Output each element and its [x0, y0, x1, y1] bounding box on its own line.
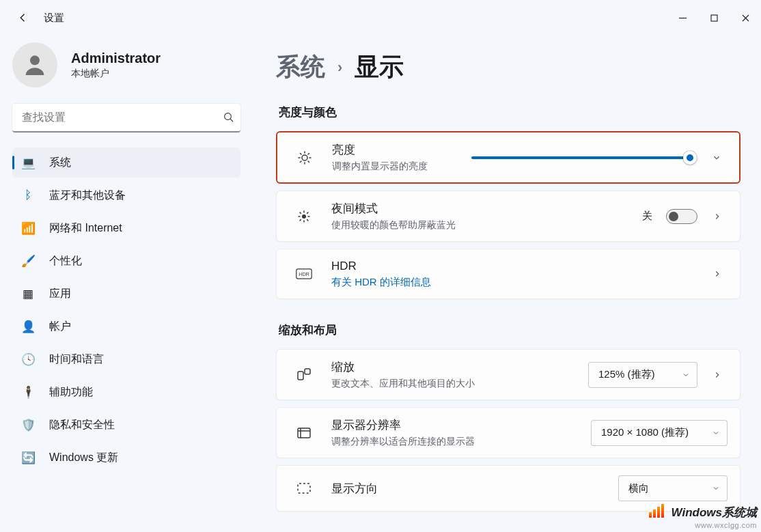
- accessibility-icon: 🕴: [19, 385, 37, 400]
- avatar: [12, 42, 57, 87]
- wifi-icon: 📶: [19, 221, 37, 236]
- hdr-link[interactable]: 有关 HDR 的详细信息: [331, 276, 707, 289]
- scale-card[interactable]: 缩放 更改文本、应用和其他项目的大小 125% (推荐): [276, 349, 741, 400]
- brightness-title: 亮度: [332, 142, 471, 158]
- account-icon: 👤: [19, 320, 37, 334]
- nav-label: 系统: [49, 156, 71, 170]
- nav-item-network[interactable]: 📶 网络和 Internet: [12, 213, 240, 243]
- slider-thumb[interactable]: [683, 151, 697, 165]
- orientation-select-value: 横向: [628, 482, 649, 495]
- hdr-icon: HDR: [290, 266, 318, 282]
- breadcrumb-parent[interactable]: 系统: [276, 51, 325, 84]
- close-button[interactable]: [730, 7, 761, 29]
- nav-item-apps[interactable]: ▦ 应用: [12, 279, 240, 309]
- user-subtitle: 本地帐户: [71, 68, 161, 80]
- maximize-button[interactable]: [698, 7, 730, 29]
- bluetooth-icon: ᛒ: [19, 188, 37, 202]
- svg-point-1: [30, 55, 40, 65]
- nav-item-privacy[interactable]: 🛡️ 隐私和安全性: [12, 410, 240, 440]
- nav-label: 网络和 Internet: [49, 221, 122, 236]
- nav-label: 帐户: [49, 320, 71, 334]
- chevron-down-icon: [712, 484, 720, 492]
- night-light-icon: [290, 208, 318, 225]
- nav-item-windows-update[interactable]: 🔄 Windows 更新: [12, 443, 240, 473]
- resolution-card[interactable]: 显示器分辨率 调整分辨率以适合所连接的显示器 1920 × 1080 (推荐): [276, 407, 741, 458]
- svg-rect-7: [298, 372, 303, 380]
- system-icon: 💻: [19, 156, 37, 170]
- nav-item-accessibility[interactable]: 🕴 辅助功能: [12, 377, 240, 407]
- arrow-left-icon: [17, 12, 29, 24]
- search-input[interactable]: [22, 111, 223, 124]
- resolution-select[interactable]: 1920 × 1080 (推荐): [591, 420, 728, 446]
- nav-label: 个性化: [49, 254, 82, 268]
- expand-button[interactable]: [706, 153, 727, 163]
- scale-icon: [290, 367, 318, 383]
- close-icon: [742, 14, 749, 22]
- svg-point-4: [302, 214, 306, 219]
- nav-label: 时间和语言: [49, 352, 104, 367]
- main-content: 系统 › 显示 亮度与颜色 亮度 调整内置显示器的亮度: [253, 36, 761, 532]
- night-light-toggle[interactable]: [666, 209, 697, 224]
- svg-point-3: [302, 155, 307, 160]
- chevron-down-icon: [712, 429, 720, 437]
- nav-label: 应用: [49, 287, 71, 301]
- brightness-slider[interactable]: [471, 150, 697, 165]
- toggle-knob: [669, 212, 678, 221]
- search-container[interactable]: [12, 104, 240, 132]
- watermark: Windows系统城 www.wxclgg.com: [649, 504, 757, 529]
- nav-item-accounts[interactable]: 👤 帐户: [12, 311, 240, 341]
- clock-icon: 🕓: [19, 352, 37, 367]
- brush-icon: 🖌️: [19, 254, 37, 268]
- breadcrumb-current: 显示: [355, 51, 404, 84]
- svg-rect-9: [298, 428, 310, 438]
- chevron-right-icon: [712, 269, 722, 279]
- nav-item-time-language[interactable]: 🕓 时间和语言: [12, 344, 240, 374]
- watermark-logo-icon: [649, 504, 665, 521]
- scale-select[interactable]: 125% (推荐): [588, 362, 697, 388]
- minimize-icon: [679, 14, 687, 22]
- svg-rect-8: [305, 369, 310, 374]
- more-button[interactable]: [707, 212, 728, 221]
- night-light-card[interactable]: 夜间模式 使用较暖的颜色帮助屏蔽蓝光 关: [276, 191, 741, 242]
- resolution-subtitle: 调整分辨率以适合所连接的显示器: [331, 436, 591, 448]
- night-light-title: 夜间模式: [331, 201, 642, 216]
- nav-item-bluetooth[interactable]: ᛒ 蓝牙和其他设备: [12, 180, 240, 210]
- nav: 💻 系统 ᛒ 蓝牙和其他设备 📶 网络和 Internet 🖌️ 个性化 ▦ 应…: [12, 148, 240, 473]
- svg-text:HDR: HDR: [299, 271, 309, 277]
- apps-icon: ▦: [19, 287, 37, 301]
- nav-label: 辅助功能: [49, 385, 93, 400]
- sun-icon: [291, 150, 318, 166]
- chevron-right-icon: ›: [337, 59, 342, 76]
- scale-select-value: 125% (推荐): [598, 368, 655, 381]
- more-button[interactable]: [707, 370, 728, 380]
- back-button[interactable]: [10, 4, 37, 31]
- brightness-card[interactable]: 亮度 调整内置显示器的亮度: [276, 131, 741, 184]
- svg-point-2: [225, 113, 232, 120]
- section-heading-brightness-color: 亮度与颜色: [279, 104, 741, 120]
- svg-rect-0: [711, 15, 717, 21]
- slider-track: [471, 156, 697, 159]
- breadcrumb: 系统 › 显示: [276, 51, 741, 84]
- nav-item-personalization[interactable]: 🖌️ 个性化: [12, 246, 240, 276]
- orientation-select[interactable]: 横向: [618, 475, 728, 501]
- nav-item-system[interactable]: 💻 系统: [12, 148, 240, 178]
- user-block[interactable]: Administrator 本地帐户: [12, 42, 240, 87]
- watermark-line2: www.wxclgg.com: [649, 521, 757, 529]
- chevron-down-icon: [712, 153, 721, 163]
- more-button[interactable]: [707, 269, 728, 279]
- scale-subtitle: 更改文本、应用和其他项目的大小: [331, 378, 588, 390]
- hdr-title: HDR: [331, 260, 707, 273]
- user-name: Administrator: [71, 51, 161, 66]
- minimize-button[interactable]: [667, 7, 698, 29]
- hdr-card[interactable]: HDR HDR 有关 HDR 的详细信息: [276, 249, 741, 299]
- scale-title: 缩放: [331, 359, 588, 375]
- night-light-state-label: 关: [642, 210, 652, 223]
- nav-label: Windows 更新: [49, 451, 118, 465]
- shield-icon: 🛡️: [19, 418, 37, 432]
- chevron-right-icon: [712, 212, 722, 221]
- sidebar: Administrator 本地帐户 💻 系统 ᛒ 蓝牙和其他设备 📶 网络和 …: [0, 36, 253, 532]
- nav-label: 隐私和安全性: [49, 418, 115, 432]
- night-light-subtitle: 使用较暖的颜色帮助屏蔽蓝光: [331, 219, 642, 232]
- resolution-select-value: 1920 × 1080 (推荐): [601, 426, 689, 439]
- resolution-title: 显示器分辨率: [331, 417, 591, 433]
